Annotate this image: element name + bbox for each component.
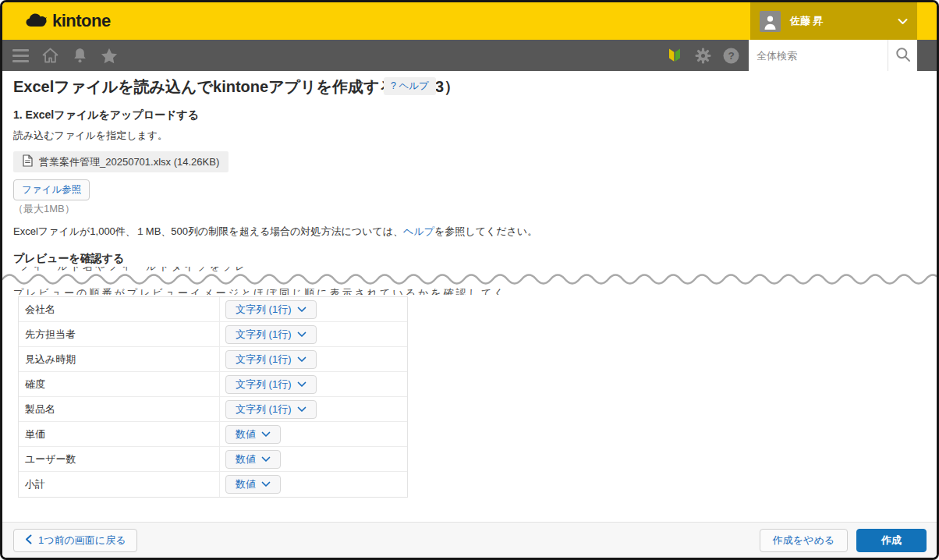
field-type-cell: 文字列 (1行) [220,400,407,419]
field-type-label: 数値 [236,452,256,466]
field-name: 小計 [19,472,220,497]
field-type-cell: 文字列 (1行) [220,375,407,394]
main-content: Excelファイルを読み込んでkintoneアプリを作成する（3／3） ? ヘル… [2,71,937,522]
upload-instruction: 読み込むファイルを指定します。 [13,129,168,143]
logo-text: kintone [52,11,111,31]
field-name: 会社名 [19,297,220,321]
field-type-dropdown[interactable]: 数値 [225,475,281,494]
header-spacer [111,2,750,40]
menu-icon[interactable] [12,47,29,64]
svg-text:?: ? [728,50,734,62]
person-icon [762,13,778,30]
upload-section-heading: 1. Excelファイルをアップロードする [13,108,199,122]
table-row: ユーザー数数値 [19,447,407,472]
chevron-down-icon [898,14,908,28]
field-name: 見込み時期 [19,347,220,371]
limit-note: Excelファイルが1,000件、１MB、500列の制限を超える場合の対処方法に… [13,225,537,239]
cancel-create-button[interactable]: 作成をやめる [760,529,848,552]
app-window: kintone 佐藤 昇 [0,0,939,560]
max-size-note: （最大1MB） [13,202,75,216]
search-input[interactable] [749,40,888,71]
chevron-left-icon [25,534,32,547]
field-type-dropdown[interactable]: 文字列 (1行) [225,300,317,319]
field-type-cell: 文字列 (1行) [220,325,407,344]
field-type-label: 文字列 (1行) [236,377,292,392]
field-type-cell: 文字列 (1行) [220,350,407,369]
field-type-label: 文字列 (1行) [236,328,292,342]
field-type-cell: 数値 [220,425,407,444]
field-name: 単価 [19,422,220,446]
file-browse-button[interactable]: ファイル参照 [13,179,90,200]
field-type-label: 数値 [236,477,256,491]
field-type-label: 文字列 (1行) [236,353,292,367]
notifications-bell-icon[interactable] [71,47,88,64]
field-type-dropdown[interactable]: 文字列 (1行) [225,375,317,394]
table-row: 小計数値 [19,472,407,497]
field-type-cell: 数値 [220,475,407,494]
search-icon [895,47,911,65]
limit-help-link[interactable]: ヘルプ [403,225,434,237]
help-question-icon[interactable]: ? [722,47,739,64]
page-help-link[interactable]: ? ヘルプ [384,77,436,95]
field-type-label: 文字列 (1行) [236,402,292,416]
kintone-logo: kintone [26,2,111,40]
uploaded-file-name: 営業案件管理_20250701.xlsx (14.26KB) [39,155,219,169]
toolbar-left [12,47,118,64]
footer-bar: 1つ前の画面に戻る 作成をやめる 作成 [2,522,937,558]
field-type-cell: 文字列 (1行) [220,300,407,319]
field-name: 先方担当者 [19,322,220,346]
limit-note-tail: を参照してください。 [434,225,537,237]
field-name: 製品名 [19,397,220,421]
table-row: 製品名文字列 (1行) [19,397,407,422]
preview-table: 会社名文字列 (1行)先方担当者文字列 (1行)見込み時期文字列 (1行)確度文… [18,296,408,498]
field-type-dropdown[interactable]: 数値 [225,425,281,444]
back-button[interactable]: 1つ前の画面に戻る [13,529,137,552]
create-button[interactable]: 作成 [856,529,927,552]
field-type-label: 文字列 (1行) [236,303,292,317]
table-row: 先方担当者文字列 (1行) [19,322,407,347]
table-row: 見込み時期文字列 (1行) [19,347,407,372]
avatar [760,11,781,32]
field-name: ユーザー数 [19,447,220,471]
header-bar: kintone 佐藤 昇 [2,2,937,40]
global-search [749,40,917,71]
favorites-star-icon[interactable] [101,47,118,64]
settings-gear-icon[interactable] [694,47,711,64]
home-icon[interactable] [41,47,58,64]
preview-section-heading: プレビューを確認する [13,252,124,266]
field-type-dropdown[interactable]: 文字列 (1行) [225,325,317,344]
table-row: 単価数値 [19,422,407,447]
search-button[interactable] [888,40,917,71]
toolbar: ? [2,40,937,71]
uploaded-file-chip: 営業案件管理_20250701.xlsx (14.26KB) [13,151,229,172]
file-document-icon [23,154,33,169]
field-type-dropdown[interactable]: 数値 [225,450,281,469]
field-type-label: 数値 [236,427,256,441]
table-row: 確度文字列 (1行) [19,372,407,397]
toolbar-right: ? [666,47,739,64]
field-name: 確度 [19,372,220,396]
table-row: 会社名文字列 (1行) [19,297,407,322]
kintone-cloud-icon [26,12,47,30]
field-type-dropdown[interactable]: 文字列 (1行) [225,350,317,369]
user-menu[interactable]: 佐藤 昇 [750,2,917,40]
getting-started-icon[interactable] [666,47,683,64]
field-type-dropdown[interactable]: 文字列 (1行) [225,400,317,419]
back-button-label: 1つ前の画面に戻る [38,533,126,548]
field-type-cell: 数値 [220,450,407,469]
user-name: 佐藤 昇 [790,14,888,28]
limit-note-text: Excelファイルが1,000件、１MB、500列の制限を超える場合の対処方法に… [13,225,403,237]
torn-text-bottom: プレビューの順番がプレビューイメージとほぼ同じ順に表示されているかを確認してくだ… [13,285,505,295]
